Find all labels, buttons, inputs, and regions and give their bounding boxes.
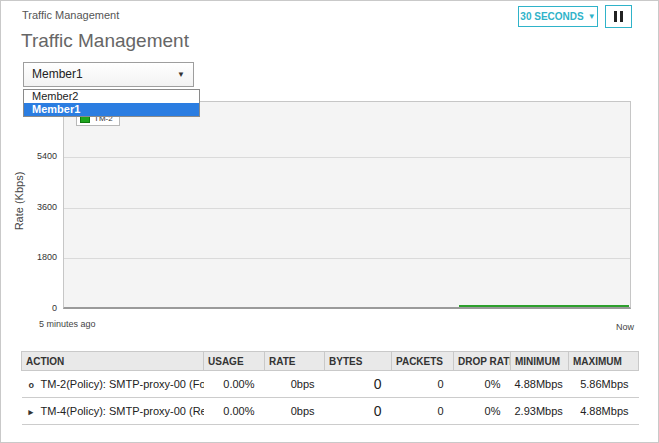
drop-rate-cell: 0% — [454, 398, 511, 425]
chevron-down-icon: ▼ — [588, 13, 596, 21]
member-select[interactable]: Member1 ▼ — [23, 62, 194, 87]
tm-2-series-line — [459, 305, 629, 307]
refresh-interval-button[interactable]: 30 SECONDS ▼ — [518, 6, 598, 27]
y-tick-1800: 1800 — [1, 252, 57, 262]
select-caret-icon: ▼ — [177, 63, 185, 86]
maximum-cell: 4.88Mbps — [569, 398, 639, 425]
bytes-cell: 0 — [325, 371, 392, 398]
table-header-row: ACTION USAGE RATE BYTES PACKETS DROP RAT… — [22, 352, 639, 371]
rate-cell: 0bps — [265, 398, 325, 425]
action-label: TM-4(Policy): SMTP-proxy-00 (Reve — [41, 405, 204, 417]
page-title: Traffic Management — [21, 30, 189, 52]
table-row-tm4[interactable]: ▸TM-4(Policy): SMTP-proxy-00 (Reve 0.00%… — [22, 398, 639, 425]
col-header-minimum: MINIMUM — [511, 352, 569, 371]
action-label: TM-2(Policy): SMTP-proxy-00 (Forw — [41, 378, 204, 390]
minimum-cell: 4.88Mbps — [511, 371, 569, 398]
x-axis-label-start: 5 minutes ago — [39, 319, 96, 329]
member-dropdown-list: Member2 Member1 — [23, 89, 200, 117]
maximum-cell: 5.86Mbps — [569, 371, 639, 398]
col-header-maximum: MAXIMUM — [569, 352, 639, 371]
traffic-stats-table: ACTION USAGE RATE BYTES PACKETS DROP RAT… — [21, 351, 639, 425]
packets-cell: 0 — [392, 398, 454, 425]
packets-cell: 0 — [392, 371, 454, 398]
col-header-action: ACTION — [22, 352, 204, 371]
y-tick-5400: 5400 — [1, 151, 57, 161]
gridline-1800 — [64, 258, 630, 259]
breadcrumb[interactable]: Traffic Management — [22, 9, 119, 21]
dropdown-option-member1[interactable]: Member1 — [24, 103, 199, 116]
action-cell: ▸TM-4(Policy): SMTP-proxy-00 (Reve — [22, 398, 204, 425]
expand-circle-icon[interactable]: o — [29, 380, 41, 390]
pause-button[interactable] — [605, 5, 632, 28]
y-tick-3600: 3600 — [1, 202, 57, 212]
pause-icon — [620, 11, 623, 22]
col-header-drop-rate: DROP RATE — [454, 352, 511, 371]
dropdown-option-member2[interactable]: Member2 — [24, 90, 199, 103]
col-header-packets: PACKETS — [392, 352, 454, 371]
rate-chart-plot-area — [63, 101, 631, 309]
pause-icon — [614, 11, 617, 22]
action-cell: oTM-2(Policy): SMTP-proxy-00 (Forw — [22, 371, 204, 398]
table-row-tm2[interactable]: oTM-2(Policy): SMTP-proxy-00 (Forw 0.00%… — [22, 371, 639, 398]
refresh-interval-label: 30 SECONDS — [520, 11, 583, 22]
member-select-value: Member1 — [32, 67, 83, 81]
col-header-usage: USAGE — [204, 352, 265, 371]
expand-triangle-icon[interactable]: ▸ — [29, 407, 41, 417]
y-axis-label: Rate (Kbps) — [13, 172, 25, 231]
drop-rate-cell: 0% — [454, 371, 511, 398]
rate-cell: 0bps — [265, 371, 325, 398]
y-tick-0: 0 — [1, 303, 57, 313]
col-header-rate: RATE — [265, 352, 325, 371]
traffic-management-page: Traffic Management 30 SECONDS ▼ Traffic … — [0, 0, 659, 443]
gridline-5400 — [64, 157, 630, 158]
minimum-cell: 2.93Mbps — [511, 398, 569, 425]
usage-cell: 0.00% — [204, 371, 265, 398]
usage-cell: 0.00% — [204, 398, 265, 425]
col-header-bytes: BYTES — [325, 352, 392, 371]
gridline-3600 — [64, 208, 630, 209]
bytes-cell: 0 — [325, 398, 392, 425]
x-axis-label-now: Now — [616, 322, 634, 332]
